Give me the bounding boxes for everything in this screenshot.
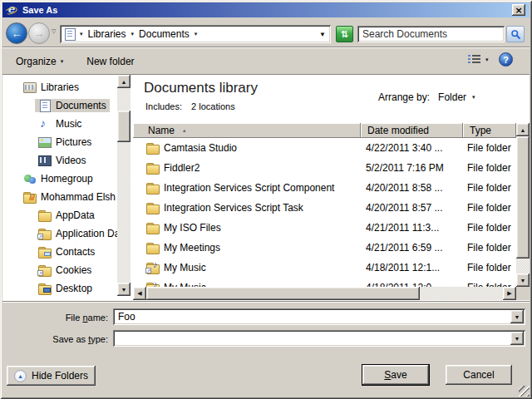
chevron-down-icon[interactable]: ▾ <box>80 31 83 37</box>
resize-grip[interactable] <box>519 386 530 397</box>
file-row[interactable]: Integration Services Script Component 4/… <box>133 178 516 198</box>
scrollbar-thumb[interactable] <box>146 287 420 300</box>
scrollbar-corner <box>516 287 530 300</box>
sidebar-item-label: Homegroup <box>41 173 93 185</box>
folder-icon <box>146 182 160 194</box>
sidebar-item-pictures[interactable]: Pictures <box>2 133 117 151</box>
file-date: 4/22/2011 3:40 ... <box>366 142 464 154</box>
sidebar-item-appdata[interactable]: AppData <box>2 206 117 224</box>
sidebar-item-desktop[interactable]: Desktop <box>2 279 117 298</box>
sidebar-item-documents[interactable]: Documents <box>2 96 117 115</box>
file-row[interactable]: Integration Services Script Task 4/20/20… <box>133 198 516 218</box>
scroll-up-button[interactable]: ▲ <box>516 123 530 136</box>
label-text: File <box>66 313 83 323</box>
chevron-down-icon[interactable]: ▾ <box>195 31 198 37</box>
file-type: File folder <box>467 242 516 254</box>
includes-value[interactable]: 2 locations <box>191 101 235 111</box>
hide-folders-label: Hide Folders <box>32 370 88 382</box>
file-row[interactable]: Camtasia Studio 4/22/2011 3:40 ... File … <box>133 138 516 158</box>
file-name: Integration Services Script Task <box>164 202 362 214</box>
list-vertical-scrollbar[interactable]: ▲ ▼ <box>516 123 530 287</box>
library-title: Documents library <box>144 80 258 96</box>
close-button[interactable]: × <box>512 4 525 16</box>
file-name: My Meetings <box>164 242 362 254</box>
column-header-name[interactable]: Name ▴ <box>133 123 361 138</box>
sidebar-item-music[interactable]: Music <box>2 115 117 133</box>
new-folder-label: New folder <box>86 56 134 67</box>
forward-button[interactable]: → <box>28 22 50 44</box>
sidebar-item-contacts[interactable]: Contacts <box>2 243 117 261</box>
search-box <box>357 26 505 42</box>
folder-icon <box>38 209 52 221</box>
file-row[interactable]: My ISO Files 4/21/2011 11:3... File fold… <box>133 218 516 238</box>
file-row[interactable]: Fiddler2 5/2/2011 7:16 PM File folder <box>133 158 516 178</box>
save-as-type-dropdown-button[interactable]: ▼ <box>510 332 524 345</box>
sidebar-item-label: Contacts <box>56 246 95 258</box>
breadcrumb-documents[interactable]: Documents <box>137 28 191 40</box>
file-name-dropdown-button[interactable]: ▼ <box>510 310 524 323</box>
scroll-up-button[interactable]: ▲ <box>117 75 131 88</box>
cancel-button[interactable]: Cancel <box>446 365 512 385</box>
command-toolbar: Organize ▾ New folder <box>2 47 530 75</box>
sidebar-scrollbar[interactable]: ▲ ▼ <box>117 75 131 296</box>
sidebar-item-videos[interactable]: Videos <box>2 151 117 170</box>
file-date: 4/21/2011 11:3... <box>366 222 464 234</box>
chevron-down-icon: ▾ <box>485 57 489 63</box>
arrange-by-value: Folder <box>438 91 466 103</box>
save-as-type-input[interactable] <box>115 332 507 345</box>
address-bar[interactable]: ▾ Libraries ▾ Documents ▾ ▼ <box>60 25 331 43</box>
sidebar-item-application-data[interactable]: Application Da <box>2 224 117 243</box>
back-button[interactable]: ← <box>6 22 27 44</box>
scrollbar-thumb[interactable] <box>516 136 530 259</box>
sidebar-item-label: Pictures <box>56 136 91 148</box>
address-dropdown-icon[interactable]: ▼ <box>319 31 328 38</box>
column-header-type[interactable]: Type <box>463 123 516 138</box>
arrange-by-button[interactable]: Folder ▾ <box>438 91 475 103</box>
folder-shortcut-icon <box>38 228 52 239</box>
new-folder-button[interactable]: New folder <box>80 52 140 71</box>
title-bar[interactable]: Save As <box>2 2 530 17</box>
chevron-down-icon: ▾ <box>61 58 64 65</box>
document-icon <box>38 100 52 111</box>
search-button[interactable] <box>506 26 525 42</box>
save-as-type-label: Save as type: <box>29 334 108 344</box>
sidebar-item-cookies[interactable]: Cookies <box>2 261 117 279</box>
breadcrumb-libraries[interactable]: Libraries <box>86 28 128 40</box>
change-view-button[interactable]: ▾ <box>467 54 489 65</box>
user-folder-icon <box>23 191 37 203</box>
file-row[interactable]: ♪ My Music 4/18/2011 12:0... File folder <box>133 278 516 287</box>
search-input[interactable] <box>357 26 505 42</box>
chevron-down-icon[interactable]: ▾ <box>131 31 135 37</box>
scroll-down-button[interactable]: ▼ <box>117 283 131 296</box>
scroll-right-button[interactable]: ▶ <box>503 287 516 300</box>
file-type: File folder <box>467 262 516 273</box>
file-name: Fiddler2 <box>164 162 362 174</box>
recent-pages-chevron-icon[interactable]: ▽ <box>52 28 56 35</box>
file-row[interactable]: My Meetings 4/21/2011 6:59 ... File fold… <box>133 238 516 258</box>
file-name: My Music <box>164 262 362 273</box>
music-note-icon <box>38 118 52 130</box>
refresh-button[interactable]: ⇅ <box>336 26 353 42</box>
folder-icon <box>146 202 160 214</box>
file-name-input[interactable] <box>115 310 507 323</box>
folder-icon <box>146 242 160 254</box>
save-button[interactable]: Save <box>362 365 429 385</box>
sidebar-item-libraries[interactable]: Libraries <box>2 78 117 96</box>
contacts-folder-icon <box>38 246 52 258</box>
organize-button[interactable]: Organize ▾ <box>9 52 70 71</box>
hide-folders-button[interactable]: ▲ Hide Folders <box>7 366 96 386</box>
sort-ascending-icon: ▴ <box>183 127 186 134</box>
sidebar-item-homegroup[interactable]: Homegroup <box>2 170 117 188</box>
arrange-by-label: Arrange by: <box>378 91 430 103</box>
help-button[interactable]: ? <box>499 52 513 66</box>
window-title: Save As <box>22 5 57 15</box>
includes-line: Includes: 2 locations <box>145 101 235 111</box>
cancel-label: Cancel <box>463 369 494 381</box>
list-horizontal-scrollbar[interactable]: ◀ ▶ <box>133 287 516 300</box>
sidebar-item-user[interactable]: Mohammad Elsh <box>2 188 117 206</box>
column-header-date-modified[interactable]: Date modified <box>361 123 463 138</box>
file-row[interactable]: ♪ My Music 4/18/2011 12:1... File folder <box>133 258 516 278</box>
scroll-left-button[interactable]: ◀ <box>133 287 146 300</box>
scroll-down-button[interactable]: ▼ <box>516 273 530 287</box>
scrollbar-thumb[interactable] <box>117 111 131 142</box>
